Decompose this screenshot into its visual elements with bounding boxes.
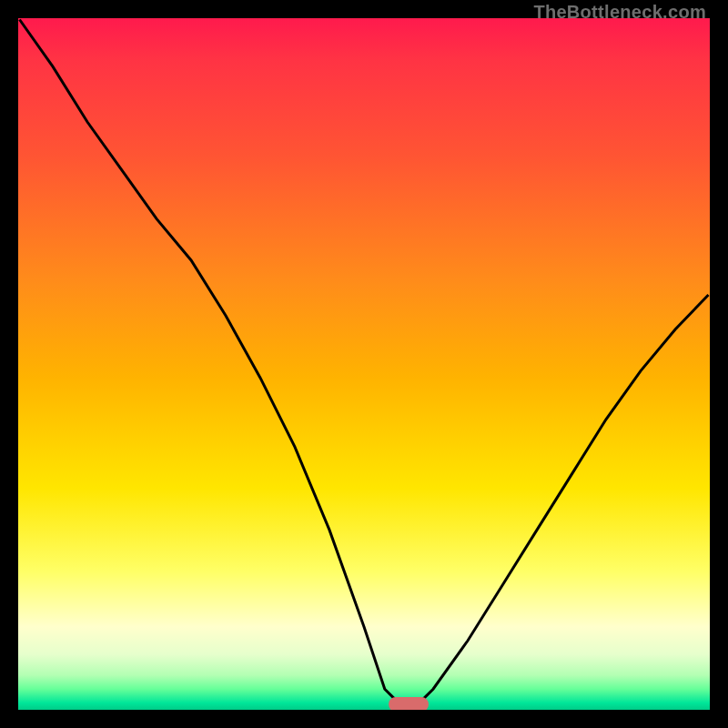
optimal-marker xyxy=(389,697,429,710)
curve-svg xyxy=(18,18,710,710)
plot-area xyxy=(18,18,710,710)
bottleneck-curve-path xyxy=(20,20,709,703)
chart-frame: TheBottleneck.com xyxy=(0,0,728,728)
